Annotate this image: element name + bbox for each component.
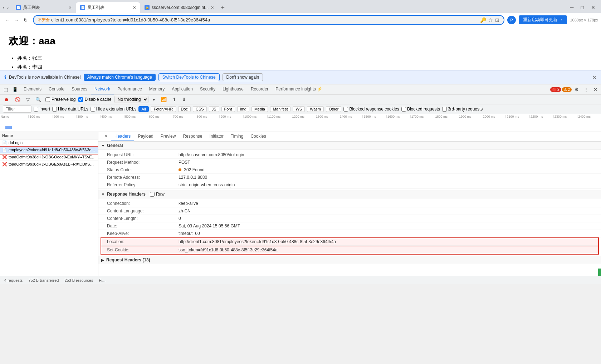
tick-500ms: 500 ms (124, 115, 148, 118)
forward-button[interactable]: → (12, 16, 21, 24)
close-button[interactable]: ✕ (588, 4, 598, 11)
search-button[interactable]: 🔍 (34, 96, 43, 103)
devtools-settings-icon[interactable]: ⚙ (572, 85, 581, 94)
third-party-input[interactable] (442, 107, 447, 112)
tab-1-close[interactable]: × (69, 5, 72, 10)
throttling-select[interactable]: No throttling (114, 96, 148, 103)
dt-tab-elements[interactable]: Elements (20, 84, 45, 94)
filter-button[interactable]: ▽ (25, 96, 31, 103)
dt-tab-lighthouse[interactable]: Lighthouse (219, 84, 247, 94)
profile-icon[interactable]: P (507, 16, 516, 24)
dt-tab-security[interactable]: Security (196, 84, 219, 94)
request-row-employees[interactable]: 📄 employees?token=fd91c1d8-0b50-488c-8f5… (0, 147, 98, 154)
tick-700ms: 700 ms (172, 115, 196, 118)
hide-extension-urls-checkbox[interactable]: Hide extension URLs (91, 107, 137, 112)
clear-button[interactable]: 🚫 (13, 96, 22, 103)
tab-nav-fwd[interactable]: › (6, 5, 10, 10)
details-tab-timing[interactable]: Timing (227, 132, 247, 141)
details-tab-cookies[interactable]: Cookies (247, 132, 269, 141)
hide-data-urls-input[interactable] (52, 107, 57, 112)
details-tab-payload[interactable]: Payload (134, 132, 157, 141)
filter-css-button[interactable]: CSS (193, 106, 207, 112)
tab-2-close[interactable]: × (133, 5, 136, 10)
request-row-toad1[interactable]: ❌ toadOcfmlt9b38dHJxOBGOode0-EuMkY--TSyE… (0, 154, 98, 161)
devtools-more-icon[interactable]: ⋮ (582, 85, 591, 94)
notification-close-button[interactable]: ✕ (592, 74, 597, 81)
filter-img-button[interactable]: Img (237, 106, 249, 112)
dt-tab-application[interactable]: Application (168, 84, 196, 94)
devtools-close-icon[interactable]: ✕ (591, 85, 600, 94)
invert-checkbox[interactable]: Invert (34, 107, 50, 112)
disable-cache-checkbox[interactable]: Disable cache (78, 97, 111, 102)
request-headers-section-header[interactable]: ▶ Request Headers (13) (98, 256, 601, 264)
restore-button[interactable]: □ (578, 4, 587, 11)
password-icon[interactable]: 🔑 (480, 17, 486, 23)
details-tab-response[interactable]: Response (179, 132, 206, 141)
filter-doc-button[interactable]: Doc (178, 106, 191, 112)
dt-tab-sources[interactable]: Sources (68, 84, 91, 94)
dt-tab-performance[interactable]: Performance (114, 84, 146, 94)
raw-checkbox-label[interactable]: Raw (150, 192, 165, 197)
reload-update-button[interactable]: 重新启动即可更新 → (519, 15, 567, 24)
general-section-header[interactable]: ▼ General (98, 142, 601, 150)
hide-extension-urls-input[interactable] (91, 107, 95, 112)
throttling-dropdown[interactable]: ▾ (151, 96, 157, 103)
back-button[interactable]: ← (3, 16, 12, 24)
filter-media-button[interactable]: Media (251, 106, 268, 112)
preserve-log-checkbox[interactable]: Preserve log (45, 97, 75, 102)
switch-devtools-button[interactable]: Switch DevTools to Chinese (158, 73, 220, 81)
raw-checkbox-input[interactable] (150, 192, 155, 197)
page-title: 欢迎：aaa (9, 34, 592, 48)
tab-2[interactable]: 📄 员工列表 × (76, 2, 140, 13)
address-input[interactable] (51, 17, 480, 23)
request-row-toad2[interactable]: ❌ toadOcfmlt9b38dHJxOBGEo0As1BFRXtCDhS66… (0, 161, 98, 168)
tab-nav-back[interactable]: ‹ (1, 5, 6, 10)
dt-tab-perf-insights[interactable]: Performance insights ⚡ (272, 84, 326, 94)
tab-3-close[interactable]: × (211, 5, 214, 10)
filter-input[interactable] (3, 105, 31, 113)
disable-cache-input[interactable] (78, 97, 83, 102)
dt-tab-recorder[interactable]: Recorder (247, 84, 272, 94)
dt-tab-memory[interactable]: Memory (146, 84, 168, 94)
import-icon[interactable]: ⬆ (171, 96, 178, 103)
filter-wasm-button[interactable]: Wasm (307, 106, 324, 112)
details-tab-headers[interactable]: Headers (111, 132, 134, 141)
request-row-dologin[interactable]: 📄 doLogin (0, 139, 98, 147)
bookmark-icon[interactable]: ☆ (488, 17, 493, 23)
filter-js-button[interactable]: JS (209, 106, 219, 112)
details-tab-preview[interactable]: Preview (157, 132, 180, 141)
minimize-button[interactable]: ─ (567, 4, 577, 11)
devtools-inspect-icon[interactable]: ⬚ (1, 85, 10, 94)
blocked-cookies-input[interactable] (343, 107, 348, 112)
third-party-checkbox[interactable]: 3rd-party requests (442, 107, 483, 112)
blocked-cookies-checkbox[interactable]: Blocked response cookies (343, 107, 399, 112)
filter-fetch-xhr-button[interactable]: Fetch/XHR (151, 106, 176, 112)
details-close-btn[interactable]: × (101, 132, 111, 141)
hide-data-urls-checkbox[interactable]: Hide data URLs (52, 107, 88, 112)
dt-tab-console[interactable]: Console (45, 84, 68, 94)
dt-tab-network[interactable]: Network (91, 84, 114, 94)
cast-icon[interactable]: ⊡ (495, 17, 499, 23)
details-tab-initiator[interactable]: Initiator (206, 132, 227, 141)
record-button[interactable]: ⏺ (3, 96, 10, 103)
blocked-requests-input[interactable] (401, 107, 406, 112)
filter-ws-button[interactable]: WS (293, 106, 305, 112)
wifi-icon[interactable]: 📶 (160, 96, 168, 103)
tab-3[interactable]: 🔒 ssoserver.com:8080/login.ht... × (140, 2, 218, 13)
preserve-log-input[interactable] (45, 97, 50, 102)
filter-all-button[interactable]: All (138, 106, 148, 112)
reload-button[interactable]: ↻ (21, 16, 30, 24)
filter-other-button[interactable]: Other (326, 106, 342, 112)
dont-show-again-button[interactable]: Don't show again (223, 73, 263, 81)
response-headers-section-header[interactable]: ▼ Response Headers Raw (98, 190, 601, 198)
devtools-device-icon[interactable]: 📱 (10, 85, 20, 94)
export-icon[interactable]: ⬇ (181, 96, 187, 103)
match-language-button[interactable]: Always match Chrome's language (84, 74, 156, 81)
address-input-wrap[interactable]: 不安全 🔑 ☆ ⊡ (33, 15, 504, 25)
filter-manifest-button[interactable]: Manifest (270, 106, 291, 112)
tab-1[interactable]: 📄 员工列表 × (11, 2, 76, 13)
filter-font-button[interactable]: Font (221, 106, 235, 112)
new-tab-button[interactable]: + (218, 4, 228, 11)
blocked-requests-checkbox[interactable]: Blocked requests (401, 107, 440, 112)
invert-input[interactable] (34, 107, 38, 112)
